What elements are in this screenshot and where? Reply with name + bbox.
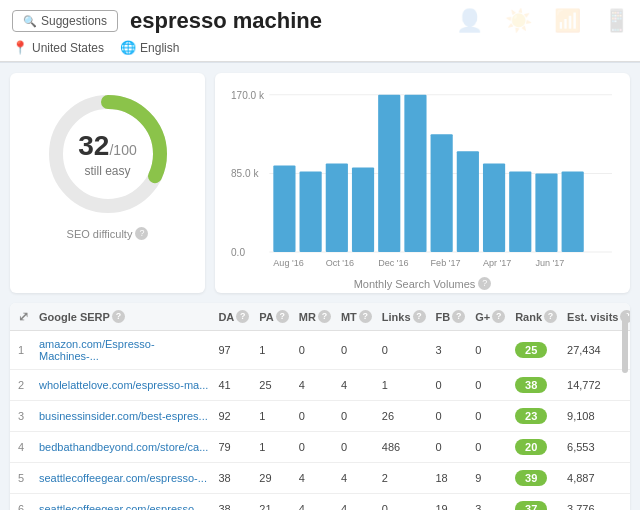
- row-num: 5: [10, 463, 34, 494]
- svg-text:Apr '17: Apr '17: [483, 258, 511, 268]
- row-fb: 19: [431, 494, 471, 511]
- row-url[interactable]: seattlecoffeegear.com/espresso-...: [34, 494, 213, 511]
- seo-description: still easy: [78, 164, 136, 178]
- row-pa: 1: [254, 432, 293, 463]
- row-pa: 21: [254, 494, 293, 511]
- row-da: 92: [213, 401, 254, 432]
- svg-text:Dec '16: Dec '16: [378, 258, 408, 268]
- row-pa: 1: [254, 331, 293, 370]
- row-url[interactable]: businessinsider.com/best-espres...: [34, 401, 213, 432]
- col-da: DA ?: [213, 303, 254, 331]
- links-info-icon[interactable]: ?: [413, 310, 426, 323]
- rank-badge: 25: [515, 342, 547, 358]
- chart-footer: Monthly Search Volumes ?: [231, 277, 614, 290]
- row-links: 2: [377, 463, 431, 494]
- search-icon: 🔍: [23, 15, 37, 28]
- col-pa: PA ?: [254, 303, 293, 331]
- monthly-search-chart: 170.0 k 85.0 k 0.0 Aug '16 Oct '1: [231, 85, 614, 270]
- svg-rect-15: [457, 151, 479, 252]
- svg-rect-17: [509, 171, 531, 252]
- row-visits: 3,776: [562, 494, 630, 511]
- row-links: 486: [377, 432, 431, 463]
- row-visits: 9,108: [562, 401, 630, 432]
- table-row: 1 amazon.com/Espresso-Machines-... 97 1 …: [10, 331, 630, 370]
- chart-info-icon[interactable]: ?: [478, 277, 491, 290]
- row-rank: 37: [510, 494, 562, 511]
- background-icons: 👤 ☀️ 📶 📱: [456, 8, 630, 34]
- rank-badge: 38: [515, 377, 547, 393]
- rank-info-icon[interactable]: ?: [544, 310, 557, 323]
- col-gplus: G+ ?: [470, 303, 510, 331]
- table-row: 5 seattlecoffeegear.com/espresso-... 38 …: [10, 463, 630, 494]
- gplus-info-icon[interactable]: ?: [492, 310, 505, 323]
- row-visits: 4,887: [562, 463, 630, 494]
- row-url[interactable]: bedbathandbeyond.com/store/ca...: [34, 432, 213, 463]
- row-fb: 0: [431, 401, 471, 432]
- row-url[interactable]: seattlecoffeegear.com/espresso-...: [34, 463, 213, 494]
- row-num: 6: [10, 494, 34, 511]
- svg-rect-11: [352, 167, 374, 252]
- row-rank: 38: [510, 370, 562, 401]
- scrollbar[interactable]: [622, 313, 628, 373]
- svg-text:Aug '16: Aug '16: [273, 258, 303, 268]
- chart-card: 170.0 k 85.0 k 0.0 Aug '16 Oct '1: [215, 73, 630, 293]
- serp-table: ⤢ Google SERP ? DA ? PA ? MR ? MT ? Link…: [10, 303, 630, 510]
- row-fb: 0: [431, 432, 471, 463]
- row-pa: 29: [254, 463, 293, 494]
- row-visits: 14,772: [562, 370, 630, 401]
- row-visits: 27,434: [562, 331, 630, 370]
- col-serp: Google SERP ?: [34, 303, 213, 331]
- location-selector[interactable]: 📍 United States: [12, 40, 104, 55]
- seo-donut-chart: 32/100 still easy: [43, 89, 173, 219]
- row-gplus: 0: [470, 432, 510, 463]
- row-mt: 0: [336, 331, 377, 370]
- row-da: 79: [213, 432, 254, 463]
- seo-info-icon[interactable]: ?: [135, 227, 148, 240]
- language-selector[interactable]: 🌐 English: [120, 40, 179, 55]
- da-info-icon[interactable]: ?: [236, 310, 249, 323]
- svg-rect-12: [378, 95, 400, 252]
- row-num: 1: [10, 331, 34, 370]
- col-mt: MT ?: [336, 303, 377, 331]
- fb-info-icon[interactable]: ?: [452, 310, 465, 323]
- mt-info-icon[interactable]: ?: [359, 310, 372, 323]
- row-rank: 39: [510, 463, 562, 494]
- row-url[interactable]: amazon.com/Espresso-Machines-...: [34, 331, 213, 370]
- row-visits: 6,553: [562, 432, 630, 463]
- row-url[interactable]: wholelattelove.com/espresso-ma...: [34, 370, 213, 401]
- row-mr: 4: [294, 463, 336, 494]
- col-visits: Est. visits ?: [562, 303, 630, 331]
- row-rank: 23: [510, 401, 562, 432]
- svg-rect-8: [273, 165, 295, 252]
- table-row: 6 seattlecoffeegear.com/espresso-... 38 …: [10, 494, 630, 511]
- seo-footer-label: SEO difficulty: [67, 228, 133, 240]
- mr-info-icon[interactable]: ?: [318, 310, 331, 323]
- row-da: 41: [213, 370, 254, 401]
- pa-info-icon[interactable]: ?: [276, 310, 289, 323]
- svg-rect-13: [404, 95, 426, 252]
- row-mt: 0: [336, 432, 377, 463]
- page-title: espresso machine: [130, 8, 322, 34]
- row-links: 0: [377, 331, 431, 370]
- table-row: 2 wholelattelove.com/espresso-ma... 41 2…: [10, 370, 630, 401]
- col-expand[interactable]: ⤢: [10, 303, 34, 331]
- row-num: 4: [10, 432, 34, 463]
- suggestions-label: Suggestions: [41, 14, 107, 28]
- row-num: 3: [10, 401, 34, 432]
- row-links: 0: [377, 494, 431, 511]
- table-row: 3 businessinsider.com/best-espres... 92 …: [10, 401, 630, 432]
- row-links: 1: [377, 370, 431, 401]
- table-row: 4 bedbathandbeyond.com/store/ca... 79 1 …: [10, 432, 630, 463]
- suggestions-button[interactable]: 🔍 Suggestions: [12, 10, 118, 32]
- chart-footer-label: Monthly Search Volumes: [354, 278, 476, 290]
- language-label: English: [140, 41, 179, 55]
- expand-icon[interactable]: ⤢: [18, 309, 29, 324]
- col-mr: MR ?: [294, 303, 336, 331]
- col-links: Links ?: [377, 303, 431, 331]
- serp-info-icon[interactable]: ?: [112, 310, 125, 323]
- row-gplus: 0: [470, 401, 510, 432]
- row-rank: 20: [510, 432, 562, 463]
- seo-footer: SEO difficulty ?: [67, 227, 149, 240]
- svg-rect-10: [326, 163, 348, 252]
- svg-text:Feb '17: Feb '17: [431, 258, 461, 268]
